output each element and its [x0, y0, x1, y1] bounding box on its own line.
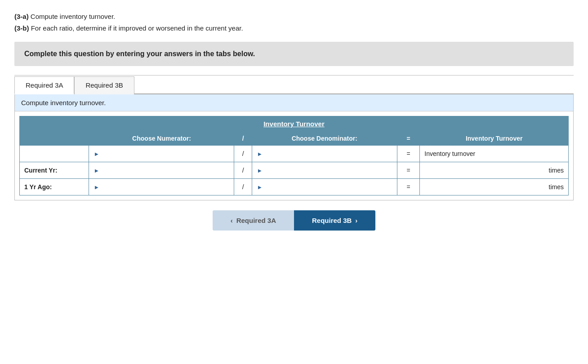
row3-result-cell: times	[420, 179, 569, 195]
row2-slash-cell: /	[234, 162, 252, 179]
instructions-block: (3-a) Compute inventory turnover. (3-b) …	[14, 11, 574, 34]
row3-label-cell: 1 Yr Ago:	[20, 179, 89, 195]
row3-numerator-input[interactable]	[94, 182, 229, 192]
row2-denominator-cell[interactable]	[252, 162, 397, 179]
table-header-row: Choose Numerator: / Choose Denominator: …	[20, 132, 569, 146]
row2-equals-cell: =	[397, 162, 420, 179]
prev-arrow-icon: ‹	[231, 217, 233, 224]
row3-times-label: times	[549, 183, 564, 191]
table-row-current-yr: Current Yr: /	[20, 162, 569, 179]
row1-result-cell: Inventory turnover	[420, 146, 569, 162]
row1-numerator-cell[interactable]	[89, 146, 234, 162]
table-title-text: Inventory Turnover	[263, 120, 325, 128]
instruction-line-2: (3-b) For each ratio, determine if it im…	[14, 22, 574, 34]
row2-denominator-input-wrapper[interactable]	[257, 165, 392, 176]
row2-result-cell: times	[420, 162, 569, 179]
tab-required-3a[interactable]: Required 3A	[14, 76, 74, 94]
prev-button[interactable]: ‹ Required 3A	[213, 210, 294, 231]
table-header-numerator: Choose Numerator:	[89, 132, 234, 146]
page-container: (3-a) Compute inventory turnover. (3-b) …	[14, 11, 574, 231]
table-row-formula: / = Inventory turnover	[20, 146, 569, 162]
table-title-cell: Inventory Turnover	[20, 116, 569, 132]
tabs-area: Required 3A Required 3B Compute inventor…	[14, 75, 574, 200]
table-header-label	[20, 132, 89, 146]
row3-equals-cell: =	[397, 179, 420, 195]
table-title-row: Inventory Turnover	[20, 116, 569, 132]
tab-subtitle: Compute inventory turnover.	[15, 94, 573, 111]
row3-result-wrapper: times	[424, 183, 564, 191]
table-header-result: Inventory Turnover	[420, 132, 569, 146]
row2-result-input[interactable]	[424, 167, 546, 174]
row3-numerator-input-wrapper[interactable]	[94, 182, 229, 192]
tabs-row: Required 3A Required 3B	[14, 75, 574, 94]
row1-denominator-cell[interactable]	[252, 146, 397, 162]
table-header-equals: =	[397, 132, 420, 146]
row2-numerator-cell[interactable]	[89, 162, 234, 179]
tab-content: Compute inventory turnover. Inventory Tu…	[14, 94, 574, 200]
next-button[interactable]: Required 3B ›	[294, 210, 375, 231]
row1-numerator-input-wrapper[interactable]	[94, 148, 229, 159]
row2-denominator-input[interactable]	[257, 165, 392, 176]
row3-denominator-input-wrapper[interactable]	[257, 182, 392, 192]
next-button-label: Required 3B	[312, 217, 352, 224]
instruction-1a-prefix: (3-a)	[14, 13, 29, 20]
row3-denominator-cell[interactable]	[252, 179, 397, 195]
instruction-line-1: (3-a) Compute inventory turnover.	[14, 11, 574, 22]
row2-times-label: times	[549, 167, 564, 174]
row1-equals-cell: =	[397, 146, 420, 162]
instruction-2b-prefix: (3-b)	[14, 24, 29, 32]
table-row-1yr-ago: 1 Yr Ago: /	[20, 179, 569, 195]
row2-result-wrapper: times	[424, 167, 564, 174]
row2-numerator-input[interactable]	[94, 165, 229, 176]
instruction-2b-text: For each ratio, determine if it improved…	[29, 24, 243, 32]
inventory-table: Inventory Turnover Choose Numerator: / C…	[19, 116, 569, 195]
table-container: Inventory Turnover Choose Numerator: / C…	[15, 111, 573, 200]
row2-label-cell: Current Yr:	[20, 162, 89, 179]
instruction-1a-text: Compute inventory turnover.	[29, 13, 116, 20]
row3-denominator-input[interactable]	[257, 182, 392, 192]
complete-banner: Complete this question by entering your …	[14, 42, 574, 66]
row1-label-cell	[20, 146, 89, 162]
row3-numerator-cell[interactable]	[89, 179, 234, 195]
table-header-denominator: Choose Denominator:	[252, 132, 397, 146]
row1-numerator-input[interactable]	[94, 148, 229, 159]
next-arrow-icon: ›	[355, 217, 357, 224]
prev-button-label: Required 3A	[236, 217, 276, 224]
bottom-nav: ‹ Required 3A Required 3B ›	[14, 210, 574, 231]
row3-result-input[interactable]	[424, 183, 546, 191]
tab-required-3b[interactable]: Required 3B	[74, 76, 134, 94]
row1-denominator-input[interactable]	[257, 148, 392, 159]
row1-result-label: Inventory turnover	[424, 150, 475, 157]
table-header-slash: /	[234, 132, 252, 146]
row3-slash-cell: /	[234, 179, 252, 195]
row1-slash-cell: /	[234, 146, 252, 162]
row2-numerator-input-wrapper[interactable]	[94, 165, 229, 176]
row1-denominator-input-wrapper[interactable]	[257, 148, 392, 159]
complete-banner-text: Complete this question by entering your …	[24, 50, 255, 58]
